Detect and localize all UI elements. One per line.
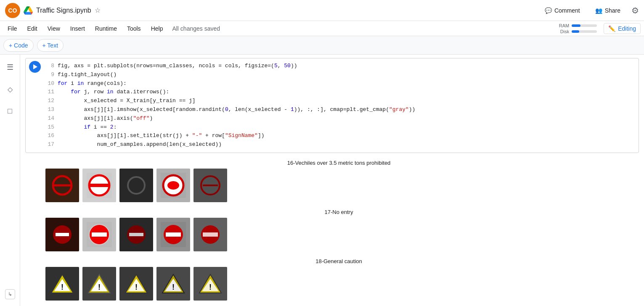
ram-label: RAM <box>559 23 569 28</box>
comment-icon: 💬 <box>545 7 552 14</box>
sign-group-17-images <box>39 218 639 251</box>
toolbar: + Code + Text <box>0 36 644 55</box>
notebook-content[interactable]: 8 fig, axs = plt.subplots(nrows=num_clas… <box>20 55 644 306</box>
sign-group-16: 16-Vechiles over 3.5 metric tons prohibi… <box>39 160 639 202</box>
menu-insert[interactable]: Insert <box>66 24 89 34</box>
sidebar-toc-icon[interactable]: ☰ <box>3 60 18 75</box>
code-line-11: 11 for j, row in data.iterrows(): <box>44 88 632 97</box>
code-line-9: 9 fig.tight_layout() <box>44 71 632 79</box>
sign-group-17: 17-No entry <box>39 209 639 251</box>
sign-img: ! <box>82 267 116 301</box>
code-line-14: 14 axs[j][i].axis("off") <box>44 114 632 123</box>
sign-img <box>193 169 227 202</box>
menubar: File Edit View Insert Runtime Tools Help… <box>0 21 644 36</box>
code-line-12: 12 x_selected = X_train[y_train == j] <box>44 97 632 106</box>
sign-img <box>82 218 116 251</box>
sign-img: ! <box>193 267 227 301</box>
svg-rect-25 <box>166 232 181 237</box>
add-text-button[interactable]: + Text <box>37 39 64 52</box>
sign-img: ! <box>45 267 79 301</box>
sign-group-18: 18-General caution ! <box>39 258 639 301</box>
sign-img <box>119 218 153 251</box>
run-triangle-icon <box>33 64 37 69</box>
code-editor[interactable]: 8 fig, axs = plt.subplots(nrows=num_clas… <box>41 60 635 151</box>
star-icon[interactable]: ☆ <box>95 6 101 14</box>
left-sidebar: ☰ ◇ □ ↳ <box>0 55 20 306</box>
output-toggle-icon[interactable]: ↳ <box>5 289 15 299</box>
sign-img: ! <box>156 267 190 301</box>
notebook-title: Traffic Signs.ipynb <box>36 7 91 14</box>
pencil-icon: ✏️ <box>608 25 615 32</box>
svg-text:!: ! <box>98 283 101 291</box>
sign-group-16-title: 16-Vechiles over 3.5 metric tons prohibi… <box>39 160 639 166</box>
code-line-16: 16 axs[j][i].set_title(str(j) + "-" + ro… <box>44 132 632 140</box>
code-line-17: 17 num_of_samples.append(len(x_selected)… <box>44 140 632 149</box>
svg-point-10 <box>167 181 179 190</box>
sign-group-18-title: 18-General caution <box>39 258 639 264</box>
disk-bar-fill <box>572 30 579 33</box>
svg-rect-22 <box>129 233 143 236</box>
sign-img: ! <box>119 267 153 301</box>
colab-logo: CO <box>5 3 20 18</box>
share-icon: 👥 <box>595 7 602 14</box>
code-line-13: 13 axs[j][i].imshow(x_selected[random.ra… <box>44 106 632 114</box>
topbar: CO Traffic Signs.ipynb ☆ 💬 Comment 👥 Sha… <box>0 0 644 21</box>
disk-label: Disk <box>560 29 569 34</box>
sidebar-search-icon[interactable]: ◇ <box>3 82 18 97</box>
header-right: 💬 Comment 👥 Share ⚙ <box>541 5 639 16</box>
svg-rect-19 <box>92 232 107 237</box>
sign-img <box>156 218 190 251</box>
menu-help[interactable]: Help <box>147 24 167 34</box>
sign-img <box>119 169 153 202</box>
resource-monitor: RAM Disk <box>559 23 597 34</box>
svg-rect-16 <box>56 233 69 236</box>
svg-rect-28 <box>203 232 218 237</box>
sign-img <box>156 169 190 202</box>
code-line-15: 15 if i == 2: <box>44 123 632 132</box>
comment-button[interactable]: 💬 Comment <box>541 5 584 16</box>
code-cell: 8 fig, axs = plt.subplots(nrows=num_clas… <box>25 58 639 153</box>
drive-icon <box>24 6 33 15</box>
disk-bar <box>572 30 597 33</box>
sign-group-16-images <box>39 169 639 202</box>
editing-button[interactable]: ✏️ Editing <box>604 23 641 34</box>
svg-text:!: ! <box>135 283 138 291</box>
output-cell: 16-Vechiles over 3.5 metric tons prohibi… <box>25 156 639 306</box>
menu-runtime[interactable]: Runtime <box>91 24 121 34</box>
ram-bar-fill <box>572 24 580 27</box>
run-button[interactable] <box>29 61 41 73</box>
code-line-8: 8 fig, axs = plt.subplots(nrows=num_clas… <box>44 62 632 71</box>
sidebar-files-icon[interactable]: □ <box>3 103 18 119</box>
menu-view[interactable]: View <box>43 24 64 34</box>
svg-text:!: ! <box>172 283 175 291</box>
save-status: All changes saved <box>172 25 220 32</box>
code-line-10: 10 for i in range(cols): <box>44 79 632 88</box>
menu-tools[interactable]: Tools <box>123 24 145 34</box>
sign-img <box>193 218 227 251</box>
sign-group-18-images: ! ! <box>39 267 639 301</box>
ram-bar <box>572 24 597 27</box>
code-cell-header: 8 fig, axs = plt.subplots(nrows=num_clas… <box>26 58 639 153</box>
share-button[interactable]: 👥 Share <box>591 5 625 16</box>
menu-file[interactable]: File <box>3 24 21 34</box>
svg-rect-5 <box>90 184 109 187</box>
svg-text:!: ! <box>209 283 212 291</box>
add-code-button[interactable]: + Code <box>3 39 34 52</box>
settings-button[interactable]: ⚙ <box>631 5 639 16</box>
main-area: ☰ ◇ □ ↳ 8 fig, axs = plt.subplots(nrows=… <box>0 55 644 306</box>
menu-edit[interactable]: Edit <box>23 24 42 34</box>
sign-group-17-title: 17-No entry <box>39 209 639 215</box>
sign-img <box>45 169 79 202</box>
output-content: 16-Vechiles over 3.5 metric tons prohibi… <box>39 160 639 306</box>
svg-text:!: ! <box>61 283 64 291</box>
sign-img <box>45 218 79 251</box>
sign-img <box>82 169 116 202</box>
